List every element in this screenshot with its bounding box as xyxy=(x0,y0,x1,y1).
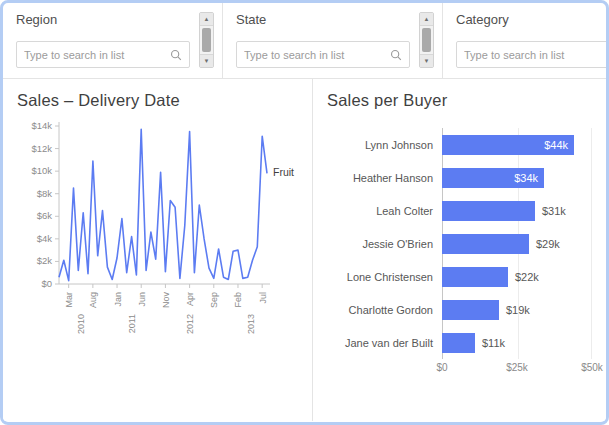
bar-value-label: $29k xyxy=(536,238,560,250)
svg-text:$14k: $14k xyxy=(31,120,52,131)
scroll-thumb[interactable] xyxy=(422,28,431,52)
bar-row: Leah Colter$31k xyxy=(327,194,592,227)
sales-per-buyer-bar-chart: Lynn Johnson$44kHeather Hanson$34kLeah C… xyxy=(327,128,592,359)
charts-row: Sales – Delivery Date $14k$12k$10k$8k$6k… xyxy=(3,79,606,421)
svg-text:Sep: Sep xyxy=(209,292,219,308)
bar-row: Lynn Johnson$44k xyxy=(327,128,592,161)
svg-text:$12k: $12k xyxy=(31,143,52,154)
sales-bar[interactable]: $44k xyxy=(442,135,574,155)
bar-track: $22k xyxy=(442,267,592,287)
search-input-region[interactable] xyxy=(24,49,166,61)
sales-line-series[interactable] xyxy=(59,129,267,280)
svg-text:Jul: Jul xyxy=(258,292,268,304)
svg-text:Apr: Apr xyxy=(185,292,195,306)
sales-bar[interactable] xyxy=(442,234,529,254)
sales-bar[interactable] xyxy=(442,300,499,320)
filter-label-category: Category xyxy=(456,12,609,27)
svg-text:2010: 2010 xyxy=(76,314,86,334)
buyer-name-label: Lynn Johnson xyxy=(327,139,442,151)
sales-bar[interactable] xyxy=(442,267,508,287)
bar-row: Lone Christensen$22k xyxy=(327,260,592,293)
bar-track: $34k xyxy=(442,168,592,188)
series-label-fruit: Fruit xyxy=(273,166,294,178)
bar-row: Charlotte Gordon$19k xyxy=(327,293,592,326)
svg-text:$8k: $8k xyxy=(37,188,53,199)
bar-value-label: $22k xyxy=(515,271,539,283)
x-tick-0: $0 xyxy=(436,362,447,373)
bar-value-label: $31k xyxy=(542,205,566,217)
buyer-name-label: Leah Colter xyxy=(327,205,442,217)
buyer-name-label: Jane van der Built xyxy=(327,337,442,349)
search-box[interactable] xyxy=(16,41,190,68)
line-chart-panel: Sales – Delivery Date $14k$12k$10k$8k$6k… xyxy=(3,79,313,421)
svg-text:Jan: Jan xyxy=(113,292,123,307)
filter-main: Region xyxy=(16,12,190,68)
buyer-name-label: Heather Hanson xyxy=(327,172,442,184)
filter-label-region: Region xyxy=(16,12,190,27)
dashboard-window: Region ▲ ▼ State ▲ xyxy=(0,0,609,425)
svg-text:$10k: $10k xyxy=(31,165,52,176)
filter-pane-region: Region ▲ ▼ xyxy=(3,3,223,78)
svg-text:$2k: $2k xyxy=(37,255,53,266)
svg-text:$0: $0 xyxy=(41,278,52,289)
sales-bar[interactable] xyxy=(442,333,475,353)
bar-track: $19k xyxy=(442,300,592,320)
sales-bar[interactable] xyxy=(442,201,535,221)
svg-text:2011: 2011 xyxy=(127,314,137,333)
buyer-name-label: Lone Christensen xyxy=(327,271,442,283)
search-input-state[interactable] xyxy=(244,49,386,61)
buyer-name-label: Jessie O'Brien xyxy=(327,238,442,250)
bar-track: $31k xyxy=(442,201,592,221)
bar-row: Jessie O'Brien$29k xyxy=(327,227,592,260)
svg-text:Feb: Feb xyxy=(233,292,243,308)
search-icon[interactable] xyxy=(390,49,402,61)
scroll-thumb[interactable] xyxy=(202,28,211,52)
svg-text:2013: 2013 xyxy=(246,314,256,334)
x-tick-25k: $25k xyxy=(506,362,528,373)
svg-text:$6k: $6k xyxy=(37,210,53,221)
filter-main: Category xyxy=(456,12,609,68)
filter-pane-state: State ▲ ▼ xyxy=(223,3,443,78)
search-box[interactable] xyxy=(456,41,609,68)
search-icon[interactable] xyxy=(170,49,182,61)
bar-track: $29k xyxy=(442,234,592,254)
bar-track: $44k xyxy=(442,135,592,155)
filter-pane-category: Category ▲ ▼ xyxy=(443,3,609,78)
svg-text:Mar: Mar xyxy=(64,292,74,308)
svg-text:Nov: Nov xyxy=(161,292,171,309)
scroll-down-icon[interactable]: ▼ xyxy=(420,54,433,67)
search-box[interactable] xyxy=(236,41,410,68)
x-tick-50k: $50k xyxy=(581,362,603,373)
bar-chart-panel: Sales per Buyer Lynn Johnson$44kHeather … xyxy=(313,79,606,421)
sales-delivery-line-chart[interactable]: $14k$12k$10k$8k$6k$4k$2k$0MarAugJanJunNo… xyxy=(17,116,301,350)
svg-text:2012: 2012 xyxy=(185,314,195,334)
sales-bar[interactable]: $34k xyxy=(442,168,544,188)
bar-row: Heather Hanson$34k xyxy=(327,161,592,194)
scroll-up-icon[interactable]: ▲ xyxy=(420,13,433,26)
bar-value-label: $34k xyxy=(514,172,538,184)
bar-chart-title: Sales per Buyer xyxy=(327,91,592,110)
line-chart-title: Sales – Delivery Date xyxy=(17,91,308,110)
svg-text:Jun: Jun xyxy=(137,292,147,307)
bar-value-label: $11k xyxy=(482,337,505,349)
bar-row: Jane van der Built$11k xyxy=(327,326,592,359)
scrollbar[interactable]: ▲ ▼ xyxy=(199,12,214,68)
scroll-up-icon[interactable]: ▲ xyxy=(200,13,213,26)
filter-row: Region ▲ ▼ State ▲ xyxy=(3,3,606,79)
bar-value-label: $19k xyxy=(506,304,530,316)
bar-value-label: $44k xyxy=(544,139,568,151)
bar-x-axis: $0 $25k $50k xyxy=(442,362,592,378)
scroll-down-icon[interactable]: ▼ xyxy=(200,54,213,67)
svg-text:$4k: $4k xyxy=(37,233,53,244)
buyer-name-label: Charlotte Gordon xyxy=(327,304,442,316)
bar-track: $11k xyxy=(442,333,592,353)
filter-main: State xyxy=(236,12,410,68)
filter-label-state: State xyxy=(236,12,410,27)
scrollbar[interactable]: ▲ ▼ xyxy=(419,12,434,68)
svg-text:Aug: Aug xyxy=(88,292,98,308)
search-input-category[interactable] xyxy=(464,49,606,61)
